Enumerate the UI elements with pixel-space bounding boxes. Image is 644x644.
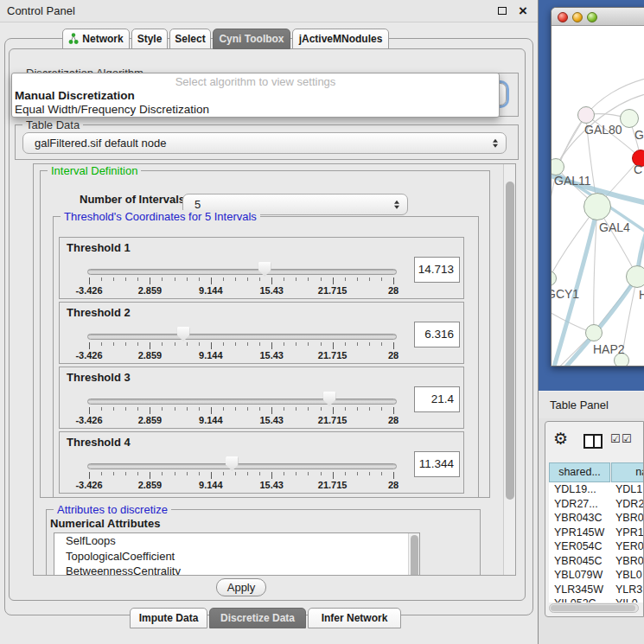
tick-label: 21.715	[318, 285, 348, 296]
table-row[interactable]: YBL079W YBL0	[549, 568, 644, 583]
spinner-arrows-icon	[394, 200, 399, 209]
tick-mark	[333, 472, 334, 479]
combo-arrows-icon	[493, 138, 498, 148]
column-header-shared-name[interactable]: shared...	[549, 462, 610, 482]
network-canvas[interactable]: GAL80G.GAL11CGAL4GCY1HHAP2	[552, 26, 644, 366]
slider-track[interactable]	[87, 463, 397, 469]
slider-ticks	[89, 342, 393, 350]
gear-icon[interactable]: ⚙	[553, 429, 568, 449]
cell-name: YBR0	[615, 511, 644, 526]
tab-select[interactable]: Select	[169, 29, 211, 49]
table-row[interactable]: YPR145W YPR1	[549, 526, 644, 540]
tick-mark	[381, 407, 382, 411]
threshold-value-field[interactable]: 14.713	[414, 257, 460, 283]
threshold-box: Threshold 2 -3.4262.8599.14415.4321.7152…	[59, 302, 464, 364]
dropdown-item-equal-width[interactable]: Equal Width/Frequency Discretization	[15, 103, 209, 116]
table-row[interactable]: YER054C YER0	[549, 539, 644, 554]
tick-mark	[247, 472, 248, 475]
tick-mark	[369, 407, 370, 411]
slider-track[interactable]	[87, 399, 397, 405]
slider-track[interactable]	[87, 334, 397, 340]
tick-mark	[101, 342, 102, 346]
network-window-titlebar[interactable]	[552, 8, 644, 26]
threshold-value-field[interactable]: 11.344	[414, 451, 460, 477]
slider-tick-labels: -3.4262.8599.14415.4321.71528	[89, 480, 393, 490]
dropdown-item-manual-discretization[interactable]: Manual Discretization	[15, 89, 135, 102]
tick-label: 28	[388, 285, 399, 296]
attributes-group: Attributes to discretize Numerical Attri…	[46, 509, 481, 576]
slider-ticks	[89, 472, 393, 480]
tick-mark	[113, 407, 114, 411]
column-header-name[interactable]: name	[611, 462, 644, 482]
tick-mark	[113, 472, 114, 475]
attribute-list-item[interactable]: BetweennessCentrality	[54, 564, 419, 576]
network-node[interactable]	[620, 109, 639, 128]
dropdown-placeholder-item[interactable]: Select algorithm to view settings	[12, 75, 499, 88]
network-node[interactable]	[583, 193, 611, 220]
slider-ticks	[89, 277, 393, 285]
tick-mark	[137, 342, 138, 346]
checkbox-icon[interactable]: ☑	[610, 432, 621, 445]
minimize-traffic-light[interactable]	[572, 12, 583, 22]
settings-scroll-area: Interval Definition Number of Intervals …	[33, 163, 516, 576]
network-node[interactable]	[626, 265, 644, 288]
numerical-attributes-list: SelfLoops TopologicalCoefficient Between…	[54, 532, 420, 576]
network-node-label: HAP2	[593, 342, 625, 356]
threshold-label: Threshold 2	[67, 306, 131, 319]
tab-infer-network[interactable]: Infer Network	[308, 608, 401, 628]
settings-vertical-scrollbar[interactable]	[503, 164, 516, 575]
tick-mark	[150, 277, 150, 284]
tick-label: -3.426	[75, 415, 102, 425]
split-columns-icon[interactable]	[583, 434, 603, 449]
close-traffic-light[interactable]	[558, 12, 568, 22]
tick-mark	[101, 277, 102, 281]
attribute-list-item[interactable]: SelfLoops	[54, 533, 419, 549]
network-icon	[68, 31, 79, 50]
close-icon[interactable]: ×	[519, 1, 527, 22]
table-horizontal-scrollbar[interactable]	[549, 603, 639, 613]
tick-mark	[381, 342, 382, 346]
attribute-list-scrollbar[interactable]	[408, 533, 419, 576]
table-panel-titlebar: Table Panel	[539, 391, 644, 418]
table-panel-body: ⚙ ☑ ☑ shared... name YDL19... YDL1 YDR27…	[545, 421, 644, 617]
tick-mark	[357, 472, 358, 475]
table-row[interactable]: YBR043C YBR0	[549, 511, 644, 526]
checkbox-icon[interactable]: ☑	[622, 432, 632, 445]
table-row[interactable]: YDR27... YDR2	[549, 497, 644, 512]
zoom-traffic-light[interactable]	[587, 12, 597, 22]
table-data-combobox[interactable]: galFiltered.sif default node	[22, 132, 507, 154]
float-window-icon[interactable]	[498, 7, 507, 15]
tick-mark	[199, 342, 200, 346]
tick-mark	[162, 407, 163, 411]
tick-label: 2.859	[138, 415, 163, 425]
network-node[interactable]	[552, 271, 557, 286]
tick-mark	[125, 472, 126, 475]
slider-track[interactable]	[87, 269, 397, 275]
tab-cyni-toolbox[interactable]: Cyni Toolbox	[213, 29, 290, 49]
table-row[interactable]: YBR045C YBR0	[549, 554, 644, 569]
cell-shared-name: YDR27...	[554, 497, 615, 512]
tab-jactivemnodules[interactable]: jActiveMNodules	[292, 29, 389, 49]
table-row[interactable]: YLR345W YLR3	[549, 583, 644, 597]
tab-impute-data[interactable]: Impute Data	[130, 608, 207, 628]
network-node[interactable]	[577, 106, 595, 124]
network-node[interactable]	[552, 158, 564, 175]
tick-label: 15.43	[259, 285, 284, 296]
table-row[interactable]: YIL052C YIL0	[549, 596, 644, 603]
apply-button[interactable]: Apply	[216, 578, 266, 596]
network-node[interactable]	[585, 324, 603, 341]
tick-mark	[101, 407, 102, 411]
tick-mark	[393, 407, 394, 414]
threshold-value-field[interactable]: 6.316	[414, 322, 460, 348]
tab-discretize-data[interactable]: Discretize Data	[209, 608, 306, 628]
table-panel-title: Table Panel	[550, 392, 609, 419]
tick-mark	[199, 277, 200, 281]
cell-shared-name: YLR345W	[554, 583, 615, 597]
tab-network[interactable]: Network	[62, 29, 130, 49]
tab-select-label: Select	[175, 33, 205, 45]
tick-mark	[187, 407, 188, 411]
threshold-value-field[interactable]: 21.4	[414, 386, 460, 412]
attribute-list-item[interactable]: TopologicalCoefficient	[54, 549, 419, 564]
table-row[interactable]: YDL19... YDL1	[549, 482, 644, 497]
tab-style[interactable]: Style	[131, 29, 168, 49]
